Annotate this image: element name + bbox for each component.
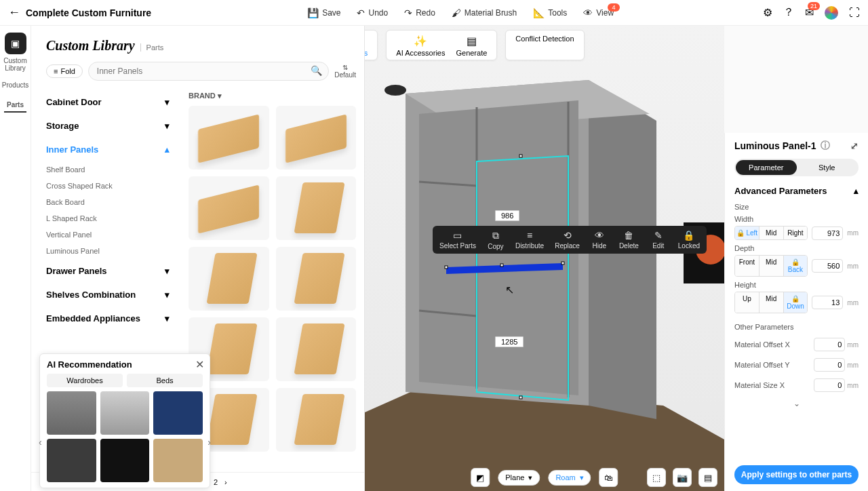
ctx-select-parts[interactable]: ▭Select Parts xyxy=(434,227,481,252)
ai-reco-item[interactable] xyxy=(153,439,203,482)
material-brush-button[interactable]: 🖌Material Brush xyxy=(452,7,517,18)
seg-front[interactable]: Front xyxy=(735,256,759,276)
width-anchor-segment[interactable]: 🔒 Left Mid Right xyxy=(734,226,808,240)
part-thumbnail[interactable] xyxy=(276,247,357,311)
seg-down[interactable]: 🔒 Down xyxy=(783,292,808,313)
cat-inner-panels[interactable]: Inner Panels▴ xyxy=(39,138,180,161)
rail-library-label: Custom Library xyxy=(0,57,31,72)
fullscreen-icon[interactable]: ⛶ xyxy=(849,7,860,19)
seg-right[interactable]: Right xyxy=(783,227,808,239)
subcat-l-shaped-rack[interactable]: L Shaped Rack xyxy=(46,210,180,227)
material-offset-y-input[interactable] xyxy=(814,358,845,372)
help-icon[interactable]: ？ xyxy=(783,5,794,20)
seg-up[interactable]: Up xyxy=(735,292,759,313)
ai-reco-item[interactable] xyxy=(153,391,203,435)
ctx-locked[interactable]: 🔒Locked xyxy=(673,227,705,252)
ai-reco-item[interactable] xyxy=(47,439,96,482)
seg-mid[interactable]: Mid xyxy=(759,256,783,276)
mode-ai-accessories[interactable]: ✨AI Accessories ▤Generate xyxy=(386,30,497,60)
apply-settings-button[interactable]: Apply settings to other parts xyxy=(734,465,859,484)
section-advanced-parameters[interactable]: Advanced Parameters▴ xyxy=(734,186,859,196)
default-sort-button[interactable]: ⇅ Default xyxy=(334,64,356,79)
part-thumbnail[interactable] xyxy=(276,106,357,170)
rail-products[interactable]: Products xyxy=(0,79,31,92)
back-arrow-icon[interactable]: ← xyxy=(8,5,20,20)
rail-parts[interactable]: Parts xyxy=(4,98,26,113)
height-input[interactable] xyxy=(812,296,843,309)
cat-drawer-panels[interactable]: Drawer Panels▾ xyxy=(39,259,180,283)
subcat-cross-shaped-rack[interactable]: Cross Shaped Rack xyxy=(46,178,180,194)
library-icon[interactable]: ▣ xyxy=(5,33,26,54)
fold-button[interactable]: ≡Fold xyxy=(46,64,83,78)
ctx-replace[interactable]: ⟲Replace xyxy=(549,227,585,252)
tab-style[interactable]: Style xyxy=(797,160,858,175)
layers-button[interactable]: ▤ xyxy=(698,468,717,487)
search-input[interactable] xyxy=(88,62,329,81)
brand-filter[interactable]: BRAND ▾ xyxy=(189,92,356,100)
ai-next-icon[interactable]: › xyxy=(208,437,211,448)
mail-icon[interactable]: ✉ xyxy=(805,6,814,19)
width-input[interactable] xyxy=(812,227,843,240)
ctx-delete[interactable]: 🗑Delete xyxy=(614,227,644,252)
subcat-shelf-board[interactable]: Shelf Board xyxy=(46,161,180,178)
roam-selector[interactable]: Roam▾ xyxy=(548,470,591,486)
subcat-back-board[interactable]: Back Board xyxy=(46,194,180,210)
gear-icon[interactable]: ⚙ xyxy=(763,6,772,19)
tools-button[interactable]: 📐Tools xyxy=(533,7,567,18)
tab-parameter[interactable]: Parameter xyxy=(736,160,797,175)
inspector-title: Luminous Panel-1 xyxy=(734,140,816,151)
camera-button[interactable]: 📷 xyxy=(673,468,692,487)
expand-icon[interactable]: ⤢ xyxy=(850,140,859,151)
ai-reco-item[interactable] xyxy=(100,439,150,482)
subcat-vertical-panel[interactable]: Vertical Panel xyxy=(46,227,180,243)
seg-mid[interactable]: Mid xyxy=(759,227,783,239)
close-icon[interactable]: ✕ xyxy=(195,358,204,371)
redo-button[interactable]: ↷Redo xyxy=(404,7,435,18)
render-button[interactable]: ⬚ xyxy=(647,468,666,487)
material-size-x-input[interactable] xyxy=(814,378,845,392)
view-button[interactable]: 👁View xyxy=(583,7,614,18)
cat-embedded-appliances[interactable]: Embedded Appliances▾ xyxy=(39,307,180,330)
svg-rect-11 xyxy=(445,266,448,269)
ai-tab-wardrobes[interactable]: Wardrobes xyxy=(47,374,123,387)
shading-button[interactable]: ◩ xyxy=(471,468,490,487)
part-thumbnail[interactable] xyxy=(189,176,269,240)
ai-reco-item[interactable] xyxy=(47,391,96,435)
ai-tab-beds[interactable]: Beds xyxy=(127,374,203,387)
cat-cabinet-door[interactable]: Cabinet Door▾ xyxy=(39,90,180,114)
search-icon[interactable]: 🔍 xyxy=(311,65,322,76)
part-thumbnail[interactable] xyxy=(189,106,269,170)
ctx-hide[interactable]: 👁Hide xyxy=(585,227,614,252)
height-anchor-segment[interactable]: Up Mid 🔒 Down xyxy=(734,292,808,313)
app-logo-icon[interactable] xyxy=(825,6,838,20)
ai-reco-item[interactable] xyxy=(100,391,150,435)
cat-storage[interactable]: Storage▾ xyxy=(39,114,180,138)
mode-conflict-detection[interactable]: Conflict Detection xyxy=(505,30,584,60)
lock-icon: 🔒 xyxy=(678,230,700,241)
cat-shelves-combination[interactable]: Shelves Combination▾ xyxy=(39,283,180,307)
seg-mid[interactable]: Mid xyxy=(759,292,783,313)
pager-next[interactable]: › xyxy=(224,478,227,486)
part-thumbnail[interactable] xyxy=(189,247,269,311)
seg-left[interactable]: 🔒 Left xyxy=(735,227,759,239)
plane-selector[interactable]: Plane▾ xyxy=(498,470,540,486)
part-thumbnail[interactable] xyxy=(276,176,357,240)
material-offset-x-input[interactable] xyxy=(814,338,845,351)
part-thumbnail[interactable] xyxy=(276,388,357,452)
more-params-toggle[interactable]: ⌄ xyxy=(734,399,859,408)
info-icon[interactable]: ⓘ xyxy=(821,140,830,152)
save-button[interactable]: 💾Save xyxy=(307,7,340,18)
seg-back[interactable]: 🔒 Back xyxy=(783,256,808,276)
ctx-copy[interactable]: ⧉Copy xyxy=(481,227,510,252)
undo-button[interactable]: ↶Undo xyxy=(357,7,388,18)
viewport-3d[interactable]: ▭Select Parts ✨AI Accessories ▤Generate … xyxy=(365,26,724,491)
ctx-distribute[interactable]: ≡Distribute xyxy=(510,227,549,252)
subcat-luminous-panel[interactable]: Luminous Panel xyxy=(46,243,180,259)
mode-select-parts[interactable]: ▭Select Parts xyxy=(365,30,378,60)
depth-anchor-segment[interactable]: Front Mid 🔒 Back xyxy=(734,255,808,277)
part-thumbnail[interactable] xyxy=(276,317,357,381)
depth-input[interactable] xyxy=(812,259,843,273)
ai-prev-icon[interactable]: ‹ xyxy=(39,437,42,448)
bag-button[interactable]: 🛍 xyxy=(599,468,618,487)
ctx-edit[interactable]: ✎Edit xyxy=(644,227,673,252)
